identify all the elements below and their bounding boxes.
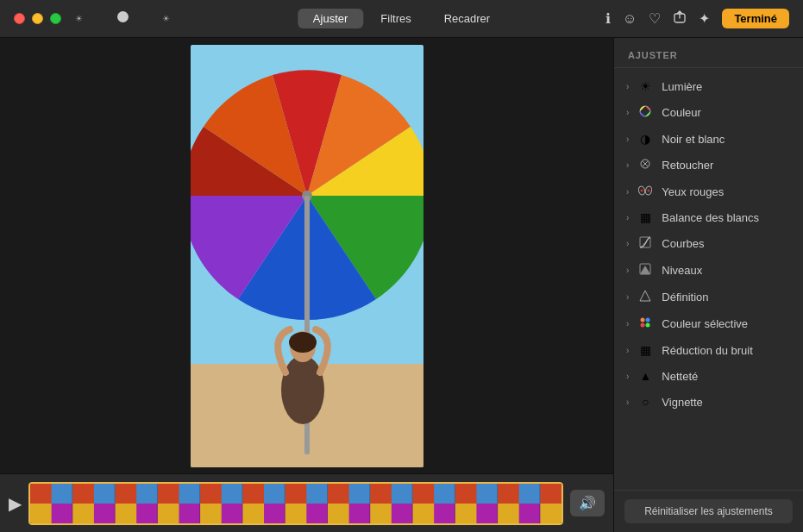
sidebar-item-balance-blancs[interactable]: › ▦ Balance des blancs xyxy=(614,204,803,230)
yeux-rouges-icon xyxy=(637,185,653,198)
share-button[interactable] xyxy=(673,10,687,28)
emoji-icon: ☺ xyxy=(623,11,637,27)
sidebar-item-courbes[interactable]: › Courbes xyxy=(614,230,803,257)
nettete-label: Netteté xyxy=(662,370,698,383)
chevron-icon: › xyxy=(626,372,629,381)
brightness-max-icon: ☀ xyxy=(162,14,170,23)
svg-point-28 xyxy=(646,318,650,322)
svg-point-22 xyxy=(648,190,650,192)
courbes-label: Courbes xyxy=(662,237,704,250)
info-icon: ℹ xyxy=(605,10,611,27)
svg-point-27 xyxy=(641,318,645,322)
brightness-slider[interactable]: ☀ ☀ xyxy=(75,14,170,23)
emoji-button[interactable]: ☺ xyxy=(623,11,637,27)
svg-point-30 xyxy=(646,323,650,328)
chevron-icon: › xyxy=(626,239,629,248)
chevron-icon: › xyxy=(626,108,629,117)
filmstrip-bar: ▶ xyxy=(0,473,613,532)
heart-icon: ♡ xyxy=(649,10,661,27)
sidebar-item-yeux-rouges[interactable]: › Yeux rouges xyxy=(614,178,803,204)
magic-icon: ✦ xyxy=(699,10,710,27)
svg-marker-26 xyxy=(640,291,650,301)
niveaux-icon xyxy=(637,263,653,278)
couleur-selective-label: Couleur sélective xyxy=(662,317,748,330)
svg-point-5 xyxy=(281,355,324,424)
sidebar-footer: Réinitialiser les ajustements xyxy=(614,490,803,532)
traffic-lights xyxy=(14,13,61,24)
sidebar-item-noir-blanc[interactable]: › ◑ Noir et blanc xyxy=(614,126,803,152)
svg-point-21 xyxy=(641,190,643,192)
chevron-icon: › xyxy=(626,346,629,355)
retoucher-icon xyxy=(637,158,653,172)
chevron-icon: › xyxy=(626,187,629,197)
titlebar-right: ℹ ☺ ♡ ✦ Terminé xyxy=(605,9,789,28)
termine-button[interactable]: Terminé xyxy=(722,9,789,28)
brightness-min-icon: ☀ xyxy=(75,14,83,23)
lumiere-icon: ☀ xyxy=(637,79,653,93)
titlebar: ☀ ☀ Ajuster Filtres Recadrer ℹ ☺ ♡ ✦ xyxy=(0,0,803,38)
lumiere-label: Lumière xyxy=(662,80,702,93)
filmstrip-inner xyxy=(28,482,563,525)
couleur-icon xyxy=(637,105,653,120)
sidebar: AJUSTER › ☀ Lumière › Coule xyxy=(613,38,803,532)
definition-label: Définition xyxy=(662,291,708,304)
sidebar-item-lumiere[interactable]: › ☀ Lumière xyxy=(614,73,803,99)
maximize-button[interactable] xyxy=(50,13,61,24)
reduction-bruit-label: Réduction du bruit xyxy=(662,344,753,357)
chevron-icon: › xyxy=(626,160,629,170)
chevron-icon: › xyxy=(626,135,629,144)
sidebar-item-definition[interactable]: › Définition xyxy=(614,284,803,310)
main-area: ▶ xyxy=(0,38,803,532)
share-icon xyxy=(673,10,687,28)
close-button[interactable] xyxy=(14,13,25,24)
sidebar-item-reduction-bruit[interactable]: › ▦ Réduction du bruit xyxy=(614,337,803,363)
chevron-icon: › xyxy=(626,397,629,407)
tab-ajuster[interactable]: Ajuster xyxy=(298,9,363,28)
brightness-range-input[interactable] xyxy=(88,16,157,22)
balance-blancs-icon: ▦ xyxy=(637,210,653,224)
filmstrip[interactable] xyxy=(28,482,563,525)
couleur-label: Couleur xyxy=(662,106,701,119)
photo-display xyxy=(191,45,423,467)
sidebar-item-couleur[interactable]: › Couleur xyxy=(614,99,803,126)
sidebar-header: AJUSTER xyxy=(614,38,803,68)
chevron-icon: › xyxy=(626,213,629,222)
sidebar-item-retoucher[interactable]: › Retoucher xyxy=(614,152,803,178)
balance-blancs-label: Balance des blancs xyxy=(662,211,759,224)
chevron-icon: › xyxy=(626,319,629,329)
sidebar-item-couleur-selective[interactable]: › Couleur sélective xyxy=(614,310,803,337)
nettete-icon: ▲ xyxy=(637,369,653,383)
chevron-icon: › xyxy=(626,82,629,91)
yeux-rouges-label: Yeux rouges xyxy=(662,185,724,198)
tab-recadrer[interactable]: Recadrer xyxy=(429,9,505,28)
info-button[interactable]: ℹ xyxy=(605,10,611,27)
sidebar-item-nettete[interactable]: › ▲ Netteté xyxy=(614,363,803,389)
magic-button[interactable]: ✦ xyxy=(699,10,710,27)
heart-button[interactable]: ♡ xyxy=(649,10,661,27)
courbes-icon xyxy=(637,236,653,251)
vignette-label: Vignette xyxy=(662,396,702,409)
sidebar-item-niveaux[interactable]: › Niveaux xyxy=(614,257,803,284)
reset-button[interactable]: Réinitialiser les ajustements xyxy=(624,499,793,523)
retoucher-label: Retoucher xyxy=(662,159,713,172)
chevron-icon: › xyxy=(626,292,629,302)
svg-point-7 xyxy=(289,332,317,353)
view-tabs: Ajuster Filtres Recadrer xyxy=(298,9,505,28)
definition-icon xyxy=(637,290,653,304)
vignette-icon: ○ xyxy=(637,395,653,409)
niveaux-label: Niveaux xyxy=(662,264,702,277)
photo-area: ▶ xyxy=(0,38,613,532)
play-icon: ▶ xyxy=(9,494,22,513)
chevron-icon: › xyxy=(626,266,629,275)
volume-button[interactable]: 🔊 xyxy=(570,490,605,516)
photo-container xyxy=(0,38,613,473)
tab-filtres[interactable]: Filtres xyxy=(365,9,426,28)
svg-point-29 xyxy=(641,323,645,328)
minimize-button[interactable] xyxy=(32,13,43,24)
sidebar-items-list: › ☀ Lumière › Couleur › xyxy=(614,68,803,490)
reduction-bruit-icon: ▦ xyxy=(637,343,653,357)
play-button[interactable]: ▶ xyxy=(9,493,22,514)
volume-icon: 🔊 xyxy=(579,496,596,510)
noir-blanc-icon: ◑ xyxy=(637,132,653,146)
sidebar-item-vignette[interactable]: › ○ Vignette xyxy=(614,389,803,415)
